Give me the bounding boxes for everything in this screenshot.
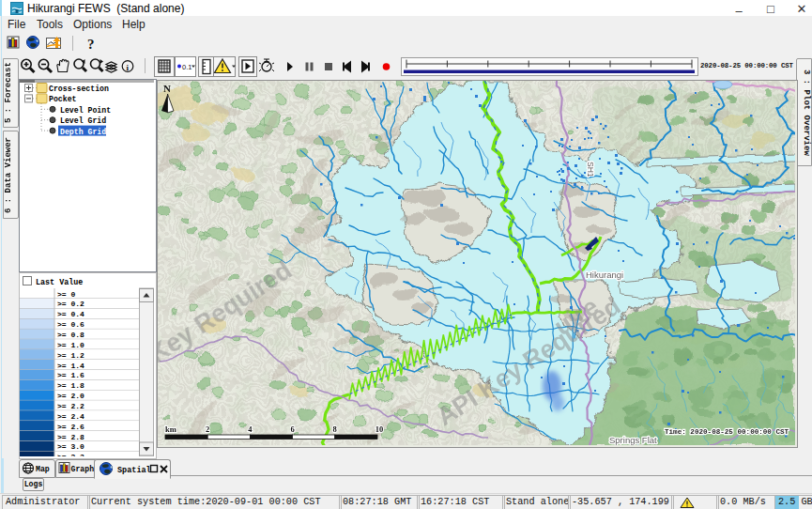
svg-text:Level Point: Level Point [60, 106, 111, 115]
svg-text:>= 0.2: >= 0.2 [57, 300, 84, 308]
svg-text:>= 2.2: >= 2.2 [57, 402, 84, 410]
svg-text:Spatial: Spatial [117, 466, 151, 475]
svg-text:i: i [127, 63, 130, 72]
svg-text:Map: Map [36, 465, 50, 473]
svg-text:>= 2.6: >= 2.6 [57, 423, 84, 431]
svg-text:SH1: SH1 [586, 162, 595, 177]
svg-text:10: 10 [375, 424, 384, 434]
svg-text:Pocket: Pocket [49, 95, 77, 103]
svg-text:Level Grid: Level Grid [60, 116, 106, 125]
svg-text:N: N [163, 83, 171, 94]
svg-text:Springs Flat: Springs Flat [609, 435, 657, 445]
svg-text:>= 2.4: >= 2.4 [57, 412, 84, 421]
svg-text:Time: 2020-08-25 00:00:00 CST: Time: 2020-08-25 00:00:00 CST [665, 428, 789, 436]
svg-text:>= 0.6: >= 0.6 [57, 320, 84, 329]
svg-text:2: 2 [206, 424, 209, 434]
svg-text:Graph: Graph [71, 465, 95, 473]
svg-text:>= 2.0: >= 2.0 [57, 392, 84, 400]
svg-text:>= 2.8: >= 2.8 [57, 433, 84, 441]
svg-text:>= 1.0: >= 1.0 [57, 341, 84, 349]
svg-text:Depth Grid: Depth Grid [60, 128, 106, 136]
svg-text:?: ? [87, 37, 95, 52]
svg-text:4: 4 [248, 424, 253, 434]
svg-text:Last Value: Last Value [36, 278, 83, 287]
svg-text:>= 1.6: >= 1.6 [57, 371, 84, 379]
svg-text:>= 0.4: >= 0.4 [57, 310, 84, 318]
svg-text:2020-08-25 00:00:00 CST: 2020-08-25 00:00:00 CST [700, 62, 794, 69]
svg-text:>= 0.8: >= 0.8 [57, 331, 84, 339]
svg-text:>= 1.8: >= 1.8 [57, 381, 84, 390]
svg-text:>= 0: >= 0 [57, 290, 75, 299]
svg-text:>= 3.0: >= 3.0 [57, 442, 84, 451]
svg-text:Cross-section: Cross-section [49, 85, 109, 93]
svg-text:>= 1.2: >= 1.2 [57, 351, 84, 360]
svg-text:6: 6 [290, 424, 294, 434]
svg-text:km: km [165, 424, 176, 434]
svg-text:>= 1.4: >= 1.4 [57, 362, 84, 370]
svg-text:8: 8 [333, 424, 337, 434]
svg-text:0.1: 0.1 [182, 63, 192, 71]
svg-text:>= 3.2: >= 3.2 [57, 453, 84, 456]
svg-text:Hikurangi: Hikurangi [586, 270, 623, 280]
